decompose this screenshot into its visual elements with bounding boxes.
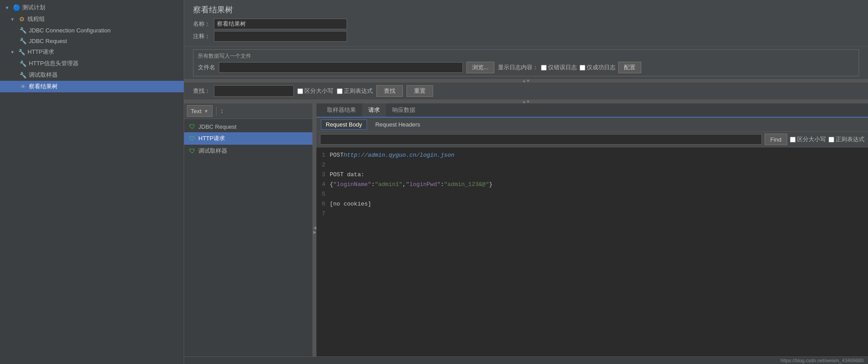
code-text-3: POST data: [330, 170, 364, 180]
tree-toolbar: Text ▼ ↕ [184, 103, 312, 119]
find-button[interactable]: 查找 [376, 85, 403, 97]
detail-regex-label: 正则表达式 [836, 135, 864, 143]
shield-green-icon-2: 🛡 [189, 135, 196, 142]
case-sensitive-label: 区分大小写 [304, 87, 333, 95]
sidebar-item-debug-sampler[interactable]: 🔧 调试取样器 [0, 69, 184, 81]
comment-input[interactable] [214, 31, 347, 42]
tree-item-jdbc[interactable]: 🛡 JDBC Request [184, 121, 312, 132]
detail-search-input[interactable] [320, 134, 762, 145]
success-only-checkbox[interactable] [580, 65, 585, 71]
chevron-down-icon: ▼ [204, 109, 209, 114]
tab-request[interactable]: 请求 [362, 103, 386, 118]
tree-item-debug[interactable]: 🛡 调试取样器 [184, 145, 312, 157]
regex-checkbox[interactable] [337, 88, 343, 94]
triangle-icon: ▼ [4, 4, 11, 11]
sub-tabs: Request Body Request Headers [316, 118, 868, 132]
sidebar-item-jdbc-request[interactable]: 🔧 JDBC Request [0, 36, 184, 46]
reset-button[interactable]: 重置 [406, 85, 433, 97]
resize-handle-vertical-top[interactable]: ▲▼ [184, 79, 868, 83]
code-line-7: 7 [316, 210, 868, 219]
resize-handle-vertical-bottom[interactable]: ▲▼ [184, 100, 868, 103]
file-input[interactable] [219, 62, 463, 73]
file-label: 文件名 [198, 63, 215, 71]
browse-button[interactable]: 浏览... [466, 62, 494, 73]
sidebar-item-http-request[interactable]: ▼ 🔧 HTTP请求 [0, 46, 184, 58]
header-icon: 🔧 [20, 60, 27, 67]
tree-item-http[interactable]: 🛡 HTTP请求 [184, 132, 312, 145]
detail-find-button[interactable]: Find [765, 134, 787, 145]
name-row: 名称： [193, 19, 859, 29]
code-bracket-close: } [489, 180, 493, 190]
line-num-3: 3 [316, 170, 330, 180]
success-only-label: 仅成功日志 [587, 63, 615, 71]
line-num-4: 4 [316, 180, 330, 190]
detail-case-checkbox[interactable] [790, 137, 796, 142]
regex-item: 正则表达式 [337, 87, 373, 95]
code-line-2: 2 [316, 161, 868, 170]
comment-label: 注释： [193, 32, 210, 40]
code-bracket-open: { [330, 180, 333, 190]
shield-green-icon-3: 🛡 [189, 147, 196, 154]
detail-case-item: 区分大小写 [790, 135, 826, 143]
line-num-6: 6 [316, 200, 330, 209]
sidebar-item-view-results[interactable]: 👁 察看结果树 [0, 81, 184, 92]
vertical-divider [216, 107, 217, 115]
case-sensitive-checkbox[interactable] [297, 88, 303, 94]
line-num-2: 2 [316, 161, 330, 170]
tab-response-data[interactable]: 响应数据 [386, 103, 422, 118]
scroll-icon: ↕ [220, 107, 224, 115]
log-content-label: 显示日志内容： [498, 63, 538, 71]
code-colon-1: : [371, 180, 375, 190]
sidebar-label-test-plan: 测试计划 [22, 4, 45, 12]
sidebar-item-jdbc-config[interactable]: 🔧 JDBC Connection Configuration [0, 25, 184, 36]
main-content: 察看结果树 名称： 注释： 所有数据写入一个文件 文件名 浏览... 显示日志内… [184, 0, 868, 364]
sub-tab-request-body[interactable]: Request Body [321, 119, 367, 130]
code-key-2: "loginPwd" [406, 180, 441, 190]
sidebar-item-test-plan[interactable]: ▼ 🔵 测试计划 [0, 2, 184, 13]
config-button[interactable]: 配置 [618, 62, 641, 73]
success-only-checkbox-item: 仅成功日志 [580, 63, 615, 71]
detail-regex-checkbox[interactable] [829, 137, 834, 142]
name-input[interactable] [214, 19, 347, 29]
code-url-1: http://admin.qyguo.cn/login.json [343, 151, 454, 160]
resize-handle-horizontal[interactable]: ◀▶ [313, 103, 316, 356]
code-val-2: "admin_123&@" [444, 180, 489, 190]
gear-icon: ⚙ [18, 16, 25, 23]
code-area: 1 POST http://admin.qyguo.cn/login.json … [316, 147, 868, 356]
comment-row: 注释： [193, 31, 859, 42]
sidebar-label-thread-group: 线程组 [28, 15, 45, 23]
split-area: Text ▼ ↕ 🛡 JDBC Request 🛡 HTTP请求 [184, 103, 868, 356]
status-url: https://blog.csdn.net/weixin_43469680 [781, 358, 864, 363]
sidebar-label-jdbc-config: JDBC Connection Configuration [29, 27, 110, 34]
detail-regex-item: 正则表达式 [829, 135, 864, 143]
sidebar-item-thread-group[interactable]: ▼ ⚙ 线程组 [0, 13, 184, 25]
code-colon-2: : [441, 180, 444, 190]
file-row: 文件名 浏览... 显示日志内容： 仅错误日志 仅成功日志 配置 [198, 62, 854, 73]
tree-panel: Text ▼ ↕ 🛡 JDBC Request 🛡 HTTP请求 [184, 103, 313, 356]
wrench-icon-2: 🔧 [20, 37, 27, 44]
tree-list: 🛡 JDBC Request 🛡 HTTP请求 🛡 调试取样器 [184, 119, 312, 356]
wrench-icon: 🔧 [20, 27, 27, 34]
code-line-1: 1 POST http://admin.qyguo.cn/login.json [316, 151, 868, 161]
sidebar-label-jdbc-request: JDBC Request [29, 38, 67, 44]
sidebar-label-http-request: HTTP请求 [28, 48, 54, 56]
code-line-4: 4 { "loginName" : "admin1" , "loginPwd" … [316, 180, 868, 190]
code-key-1: "loginName" [333, 180, 371, 190]
sub-tab-request-headers[interactable]: Request Headers [371, 119, 425, 130]
errors-only-checkbox[interactable] [541, 65, 547, 71]
code-text-1a: POST [330, 151, 343, 160]
http-icon: 🔧 [18, 48, 25, 55]
search-row: 查找： 区分大小写 正则表达式 查找 重置 [184, 83, 868, 100]
search-input[interactable] [214, 85, 294, 97]
text-dropdown[interactable]: Text ▼ [187, 105, 213, 117]
debug-icon: 🔧 [20, 71, 27, 79]
errors-only-label: 仅错误日志 [548, 63, 577, 71]
sidebar-item-http-header[interactable]: 🔧 HTTP信息头管理器 [0, 58, 184, 69]
detail-search-row: Find 区分大小写 正则表达式 [316, 132, 868, 147]
sidebar-label-view-results: 察看结果树 [29, 83, 58, 91]
line-num-5: 5 [316, 190, 330, 199]
shield-green-icon: 🛡 [189, 123, 196, 130]
tab-sampler-result[interactable]: 取样器结果 [321, 103, 362, 118]
tree-label-http: HTTP请求 [198, 135, 225, 142]
search-label: 查找： [193, 87, 210, 95]
